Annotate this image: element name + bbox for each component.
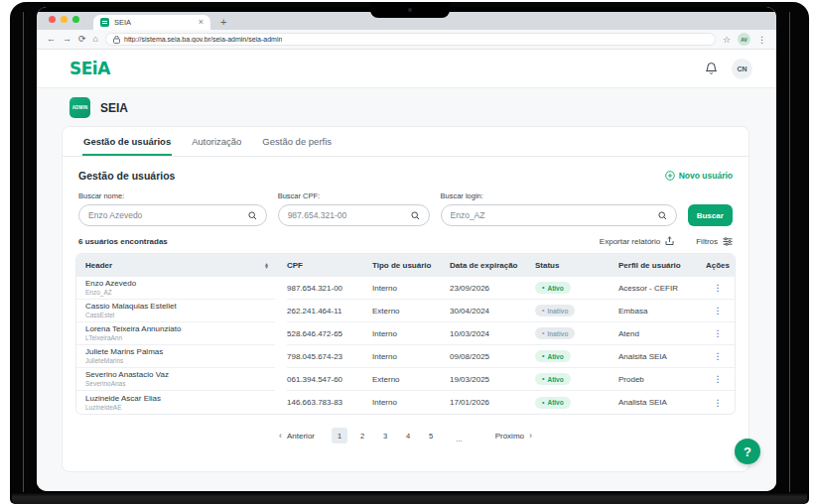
pagination-prev-button[interactable]: ‹ Anterior (279, 431, 315, 441)
pagination-pages: 12345 (332, 428, 439, 443)
user-name: Cassio Malaquias Estellet (85, 302, 275, 312)
status-badge: Inativo (535, 305, 575, 316)
back-icon[interactable]: ← (47, 35, 56, 44)
browser-toolbar: ← → ⟳ ⌂ http://sistema.seia.ba.gov.br/se… (37, 30, 776, 50)
search-name-field[interactable] (78, 204, 267, 226)
search-icon (411, 211, 420, 220)
new-user-button[interactable]: Novo usuário (665, 171, 733, 181)
search-login-input[interactable] (451, 210, 658, 220)
minimize-window-button[interactable] (61, 16, 68, 23)
admin-app-badge: ADMIN (69, 97, 90, 118)
row-actions-kebab-icon[interactable]: ⋮ (703, 283, 733, 293)
maximize-window-button[interactable] (72, 16, 79, 23)
laptop-base (12, 492, 807, 504)
chevron-right-icon: › (529, 431, 532, 441)
seia-logo: SEiA (69, 59, 110, 78)
section-title: Gestão de usuários (78, 170, 175, 182)
export-report-button[interactable]: Exportar relatório (600, 236, 674, 246)
tab-bar: Gestão de usuários Autorização Gestão de… (63, 127, 748, 157)
row-actions-kebab-icon[interactable]: ⋮ (703, 351, 733, 361)
browser-menu-icon[interactable]: ⋮ (757, 35, 766, 45)
table-row[interactable]: Luzineide Ascar Elias LuzineideAE 146.66… (76, 391, 735, 414)
pagination-prev-label: Anterior (287, 432, 315, 441)
user-cpf: 262.241.464-11 (287, 307, 372, 315)
row-actions-kebab-icon[interactable]: ⋮ (703, 398, 733, 408)
buscar-button[interactable]: Buscar (688, 204, 733, 226)
laptop-mockup: SEIA × + ← → ⟳ ⌂ http://sistema.seia.ba.… (0, 0, 815, 504)
forward-icon[interactable]: → (63, 35, 71, 44)
user-expiracao: 09/08/2025 (450, 352, 535, 361)
camera-notch (370, 2, 450, 18)
row-actions-kebab-icon[interactable]: ⋮ (703, 328, 733, 338)
help-button[interactable]: ? (735, 439, 760, 464)
tab-close-icon[interactable]: × (199, 18, 204, 27)
col-tipo: Tipo de usuário (372, 261, 450, 270)
user-expiracao: 19/03/2025 (450, 375, 535, 384)
section-header: Gestão de usuários Novo usuário (63, 157, 748, 188)
users-table: Header ▲▼ CPF Tipo de usuário Data de ex… (75, 253, 736, 415)
browser-tab[interactable]: SEIA × (93, 15, 210, 30)
browser-profile-avatar[interactable]: AV (738, 33, 750, 46)
user-login: JulieteMarins (85, 357, 275, 365)
filters-button[interactable]: Filtros (696, 237, 733, 246)
row-actions-kebab-icon[interactable]: ⋮ (703, 374, 733, 384)
laptop-screen: SEIA × + ← → ⟳ ⌂ http://sistema.seia.ba.… (37, 7, 776, 491)
content-card: Gestão de usuários Autorização Gestão de… (62, 126, 749, 472)
search-cpf-input[interactable] (288, 210, 411, 220)
tab-autorizacao[interactable]: Autorização (191, 127, 242, 156)
table-row[interactable]: Cassio Malaquias Estellet CassEstel 262.… (76, 300, 735, 322)
user-cpf: 528.646.472-65 (287, 329, 372, 338)
user-name: Severino Anastacio Vaz (85, 370, 275, 380)
bookmark-star-icon[interactable]: ☆ (723, 35, 731, 45)
pagination-page-1[interactable]: 1 (332, 428, 347, 443)
user-cpf: 061.394.547-60 (287, 375, 372, 384)
close-window-button[interactable] (49, 16, 56, 23)
chevron-left-icon: ‹ (279, 431, 282, 441)
col-perfil: Perfil de usuário (618, 261, 703, 270)
new-tab-button[interactable]: + (220, 16, 226, 30)
status-badge: Ativo (535, 350, 571, 362)
notifications-bell-icon[interactable] (705, 62, 718, 75)
row-actions-kebab-icon[interactable]: ⋮ (703, 306, 733, 315)
table-row[interactable]: Severino Anastacio Vaz SeverinoAnas 061.… (76, 368, 735, 391)
tab-gestao-de-perfis[interactable]: Gestão de perfis (261, 127, 333, 156)
user-tipo: Interno (372, 284, 450, 293)
home-icon[interactable]: ⌂ (93, 35, 98, 44)
user-cpf: 798.045.674-23 (287, 352, 372, 361)
table-header-row: Header ▲▼ CPF Tipo de usuário Data de ex… (76, 254, 735, 277)
results-bar: 6 usuários encontradas Exportar relatóri… (63, 226, 748, 253)
search-login-field[interactable] (441, 204, 677, 226)
search-cpf-field[interactable] (278, 204, 430, 226)
url-bar[interactable]: http://sistema.seia.ba.gov.br/seia-admin… (105, 33, 716, 46)
results-count: 6 usuários encontradas (78, 237, 168, 246)
pagination-page-3[interactable]: 3 (377, 428, 393, 443)
pagination: ‹ Anterior 12345 ... Próximo › (63, 415, 748, 456)
webcam-icon (408, 8, 412, 12)
table-row[interactable]: Lorena Teixeira Annunziato LTeixeiraAnn … (76, 322, 735, 345)
user-name: Lorena Teixeira Annunziato (85, 324, 275, 334)
user-expiracao: 17/01/2026 (450, 398, 535, 407)
search-name-input[interactable] (88, 210, 248, 220)
lock-icon (113, 36, 120, 44)
export-report-label: Exportar relatório (600, 237, 660, 246)
status-badge: Ativo (535, 397, 571, 409)
pagination-next-button[interactable]: Próximo › (495, 431, 532, 441)
user-avatar[interactable]: CN (732, 59, 752, 79)
pagination-page-2[interactable]: 2 (354, 428, 370, 443)
pagination-page-5[interactable]: 5 (423, 428, 439, 443)
table-row[interactable]: Juliete Marins Palmas JulieteMarins 798.… (76, 345, 735, 368)
pagination-page-4[interactable]: 4 (400, 428, 416, 443)
status-badge: Ativo (535, 282, 571, 294)
col-data-expiracao: Data de expiração (450, 261, 535, 270)
table-body: Enzo Azevedo Enzo_AZ 987.654.321-00 Inte… (76, 277, 735, 414)
reload-icon[interactable]: ⟳ (78, 35, 86, 44)
sort-icon[interactable]: ▲▼ (264, 263, 269, 269)
search-icon (248, 211, 257, 220)
user-perfil: Embasa (618, 307, 703, 315)
user-perfil: Analista SEIA (618, 398, 703, 407)
user-perfil: Analsita SEIA (618, 352, 703, 361)
table-row[interactable]: Enzo Azevedo Enzo_AZ 987.654.321-00 Inte… (76, 277, 735, 300)
page-title: SEIA (100, 101, 128, 115)
col-cpf: CPF (287, 261, 372, 270)
tab-gestao-de-usuarios[interactable]: Gestão de usuários (82, 127, 172, 156)
